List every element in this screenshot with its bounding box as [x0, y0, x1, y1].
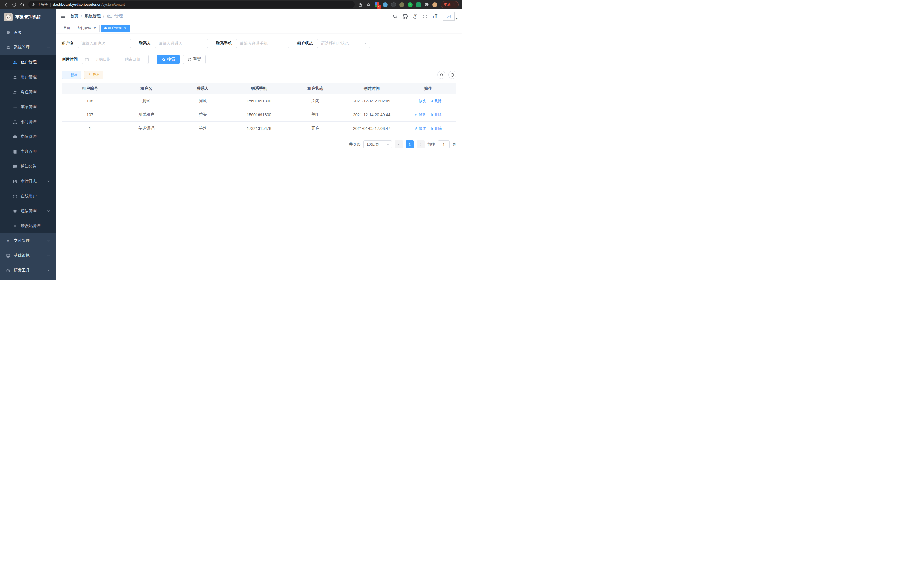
sidebar-item-label: 岗位管理: [21, 134, 37, 139]
sidebar-item-label: 支付管理: [14, 238, 30, 243]
sidebar-item-infra[interactable]: 基础设施: [0, 248, 56, 263]
cell-status: 关闭: [287, 94, 344, 108]
share-icon[interactable]: [358, 3, 363, 7]
tab-dept[interactable]: 部门管理 ×: [75, 25, 100, 32]
extension-icon[interactable]: [416, 2, 421, 7]
breadcrumb: 首页 / 系统管理 / 租户管理: [70, 14, 123, 19]
sidebar-logo[interactable]: 芋道管理系统: [0, 9, 56, 25]
sidebar-item-menu[interactable]: 菜单管理: [0, 99, 56, 114]
edit-link[interactable]: 修改: [414, 126, 426, 131]
close-icon[interactable]: ×: [93, 26, 97, 30]
edit-link[interactable]: 修改: [414, 112, 426, 117]
breadcrumb-item[interactable]: 系统管理: [85, 14, 100, 19]
cell-contact: 芋艿: [175, 122, 231, 135]
font-size-icon[interactable]: TT: [433, 14, 437, 19]
list-icon: [13, 105, 17, 109]
search-button[interactable]: 搜索: [157, 55, 180, 64]
next-page-icon[interactable]: [417, 140, 424, 148]
help-icon[interactable]: ?: [413, 14, 417, 19]
sidebar-item-online[interactable]: 在线用户: [0, 189, 56, 204]
page-size-value: 10条/页: [367, 142, 379, 147]
refresh-icon[interactable]: [448, 71, 456, 79]
tab-tenant[interactable]: 租户管理 ×: [101, 25, 130, 32]
extension-icon[interactable]: [399, 2, 404, 7]
extension-icon[interactable]: ✓: [408, 2, 412, 7]
profile-avatar[interactable]: [432, 2, 437, 7]
tenant-name-label: 租户名: [62, 41, 74, 46]
delete-link[interactable]: 删除: [430, 98, 442, 104]
toggle-search-icon[interactable]: [437, 71, 446, 79]
monitor-icon: [6, 254, 10, 258]
content: 租户名 联系人 联系手机 租户状态 请选择租户状态: [56, 33, 462, 281]
chevron-down-icon: [386, 143, 389, 146]
create-time-range-picker[interactable]: 开始日期 - 结束日期: [82, 55, 148, 64]
sidebar-item-system[interactable]: 系统管理: [0, 40, 56, 55]
table-row: 108 测试 测试 15601691300 关闭 2021-12-14 21:0…: [62, 94, 456, 108]
update-button[interactable]: 更新 ⋮: [441, 1, 459, 8]
sidebar-item-home[interactable]: 首页: [0, 25, 56, 40]
bookmark-star-icon[interactable]: [366, 2, 371, 7]
delete-link[interactable]: 删除: [430, 126, 442, 131]
extension-icon[interactable]: [383, 2, 388, 7]
reset-button[interactable]: 重置: [183, 55, 206, 64]
cell-name: 测试租户: [118, 108, 174, 122]
page-size-select[interactable]: 10条/页: [363, 140, 392, 148]
reload-icon[interactable]: [12, 3, 16, 7]
tab-home[interactable]: 首页: [61, 25, 73, 32]
tenant-status-select[interactable]: 请选择租户状态: [317, 39, 370, 48]
sidebar-item-sms[interactable]: 短信管理: [0, 204, 56, 218]
cell-name: 测试: [118, 94, 174, 108]
column-header: 租户状态: [287, 83, 344, 94]
calendar-icon: [85, 57, 89, 62]
yen-icon: ¥: [6, 239, 10, 243]
close-icon[interactable]: ×: [123, 26, 127, 30]
back-icon[interactable]: [3, 2, 8, 7]
column-header: 联系人: [175, 83, 231, 94]
sidebar-item-user[interactable]: 用户管理: [0, 70, 56, 85]
cell-actions: 修改删除: [400, 94, 456, 108]
sidebar-item-payment[interactable]: ¥ 支付管理: [0, 233, 56, 248]
briefcase-icon: [13, 135, 17, 139]
export-button[interactable]: 导出: [84, 71, 104, 79]
select-placeholder: 请选择租户状态: [321, 41, 349, 46]
edit-document-icon: [13, 179, 17, 183]
sidebar-item-tenant[interactable]: 租户管理: [0, 55, 56, 70]
hamburger-icon[interactable]: [61, 14, 66, 19]
sidebar-item-dict[interactable]: 字典管理: [0, 144, 56, 159]
search-icon[interactable]: [393, 14, 398, 19]
breadcrumb-item[interactable]: 首页: [70, 14, 78, 19]
cell-contact: 秃头: [175, 108, 231, 122]
sidebar-item-post[interactable]: 岗位管理: [0, 129, 56, 144]
tenant-name-input[interactable]: [78, 39, 131, 48]
user-avatar[interactable]: ▾: [443, 12, 458, 21]
sidebar: 芋道管理系统 首页 系统管理 租户管理 用户管理: [0, 9, 56, 281]
phone-input[interactable]: [236, 39, 289, 48]
sidebar-item-audit[interactable]: 审计日志: [0, 174, 56, 189]
goto-page-input[interactable]: [438, 140, 450, 148]
contact-input[interactable]: [155, 39, 208, 48]
column-header: 联系手机: [231, 83, 287, 94]
home-icon[interactable]: [20, 2, 25, 7]
goto-label: 前往: [428, 142, 435, 147]
date-start-placeholder: 开始日期: [90, 57, 116, 62]
extension-icon[interactable]: [391, 2, 396, 7]
add-button[interactable]: 新增: [62, 71, 81, 79]
extensions-group: 10 ✓: [375, 2, 437, 7]
url-bar[interactable]: 不安全 dashboard.yudao.iocoder.cn/system/te…: [28, 1, 355, 8]
sidebar-item-label: 错误码管理: [21, 223, 40, 229]
extension-icon[interactable]: 10: [375, 2, 380, 7]
fullscreen-icon[interactable]: [423, 14, 428, 19]
delete-link[interactable]: 删除: [430, 112, 442, 117]
sidebar-item-devtools[interactable]: 研发工具: [0, 263, 56, 278]
prev-page-icon[interactable]: [395, 140, 403, 148]
edit-link[interactable]: 修改: [414, 98, 426, 104]
sidebar-item-notice[interactable]: 通知公告: [0, 159, 56, 174]
chevron-up-icon: [47, 46, 50, 49]
sidebar-item-dept[interactable]: 部门管理: [0, 114, 56, 129]
page-number[interactable]: 1: [406, 140, 414, 148]
sidebar-item-role[interactable]: 角色管理: [0, 85, 56, 99]
extensions-puzzle-icon[interactable]: [424, 2, 429, 7]
sidebar-item-errcode[interactable]: 错误码管理: [0, 218, 56, 233]
github-icon[interactable]: [403, 14, 408, 19]
status-label: 租户状态: [297, 41, 313, 46]
